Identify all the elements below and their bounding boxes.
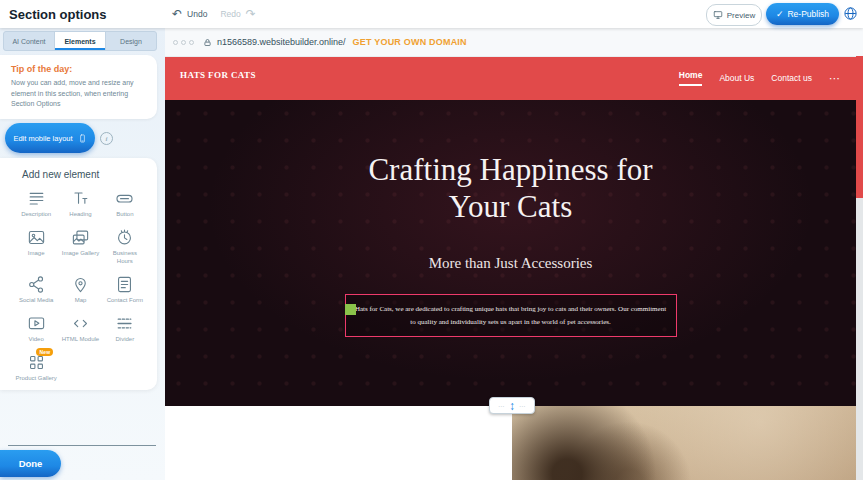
topbar: Section options ↶ Undo Redo ↷ Preview ✓ … xyxy=(0,0,863,28)
browser-bar: n1566589.websitebuilder.online/ GET YOUR… xyxy=(165,28,863,57)
site-url: n1566589.websitebuilder.online/ xyxy=(217,37,346,47)
element-contact-form[interactable]: Contact Form xyxy=(103,275,147,304)
element-label: Image Gallery xyxy=(62,249,99,257)
heading-icon xyxy=(71,189,90,208)
element-label: Video xyxy=(29,335,44,343)
element-image[interactable]: Image xyxy=(14,228,58,265)
edit-mobile-layout-button[interactable]: Edit mobile layout xyxy=(5,123,95,153)
lock-icon xyxy=(203,38,212,47)
site-header: HATS FOR CATS Home About Us Contact us ⋯ xyxy=(165,56,856,100)
product-gallery-icon xyxy=(27,353,46,372)
social-media-icon xyxy=(27,275,46,294)
republish-button[interactable]: ✓ Re-Publish xyxy=(766,3,839,25)
sidebar: AI Content Elements Design Tip of the da… xyxy=(0,28,165,480)
element-label: Social Media xyxy=(19,296,53,304)
element-label: Divider xyxy=(115,335,134,343)
app-window: Section options ↶ Undo Redo ↷ Preview ✓ … xyxy=(0,0,863,480)
element-divider[interactable]: Divider xyxy=(103,314,147,343)
element-label: Heading xyxy=(69,210,91,218)
tip-body: Now you can add, move and resize any ele… xyxy=(11,78,146,110)
element-map[interactable]: Map xyxy=(58,275,102,304)
element-grid: Description Heading Button Image Image G… xyxy=(0,189,157,383)
hero-paragraph: Hats for Cats, we are dedicated to craft… xyxy=(355,303,667,328)
element-label: Image xyxy=(28,249,45,257)
window-dot xyxy=(189,40,194,45)
tab-design[interactable]: Design xyxy=(106,32,156,50)
element-heading[interactable]: Heading xyxy=(58,189,102,218)
video-icon xyxy=(27,314,46,333)
new-badge: New xyxy=(36,348,53,356)
hero-paragraph-box[interactable]: Hats for Cats, we are dedicated to craft… xyxy=(345,294,677,337)
grip-dots: ⋯ xyxy=(519,403,526,409)
element-label: Product Gallery xyxy=(15,374,56,382)
element-label: Business Hours xyxy=(104,249,146,265)
monitor-icon xyxy=(713,10,723,20)
done-button[interactable]: Done xyxy=(0,450,61,477)
tab-ai-content[interactable]: AI Content xyxy=(4,32,55,50)
info-icon[interactable]: i xyxy=(100,132,113,145)
image-icon xyxy=(27,228,46,247)
hero-section: Crafting Happiness for Your Cats More th… xyxy=(165,100,856,406)
element-description[interactable]: Description xyxy=(14,189,58,218)
business-hours-icon xyxy=(115,228,134,247)
element-product-gallery[interactable]: New Product Gallery xyxy=(14,353,58,382)
check-icon: ✓ xyxy=(776,10,784,19)
hero-subheading[interactable]: More than Just Accessories xyxy=(429,255,593,272)
next-section xyxy=(165,406,856,480)
redo-icon: ↷ xyxy=(246,8,256,20)
add-element-panel: Add new element Description Heading Butt… xyxy=(0,158,157,390)
undo-button[interactable]: Undo xyxy=(187,9,207,19)
undo-redo-group: ↶ Undo Redo ↷ xyxy=(172,0,256,28)
window-dot xyxy=(181,40,186,45)
sidebar-divider xyxy=(8,445,156,446)
selection-handle[interactable] xyxy=(345,304,356,315)
element-button[interactable]: Button xyxy=(103,189,147,218)
tip-title: Tip of the day: xyxy=(11,64,146,74)
grip-dots: ⋯ xyxy=(498,403,505,409)
description-icon xyxy=(27,189,46,208)
element-video[interactable]: Video xyxy=(14,314,58,343)
globe-icon xyxy=(843,6,858,21)
resize-arrows-icon: ↕ xyxy=(509,400,515,412)
redo-label: Redo xyxy=(220,9,240,19)
divider-icon xyxy=(115,314,134,333)
scrollbar-thumb[interactable] xyxy=(856,56,863,198)
republish-label: Re-Publish xyxy=(787,9,829,19)
hero-heading[interactable]: Crafting Happiness for Your Cats xyxy=(350,152,672,225)
button-icon xyxy=(115,189,134,208)
element-business-hours[interactable]: Business Hours xyxy=(103,228,147,265)
element-label: HTML Module xyxy=(62,335,99,343)
tab-elements[interactable]: Elements xyxy=(55,32,106,50)
add-element-title: Add new element xyxy=(22,169,157,180)
section-photo xyxy=(512,406,856,480)
preview-scrollbar[interactable] xyxy=(856,56,863,480)
preview-button[interactable]: Preview xyxy=(706,4,762,26)
element-image-gallery[interactable]: Image Gallery xyxy=(58,228,102,265)
section-resize-handle[interactable]: ⋯ ↕ ⋯ xyxy=(489,397,535,414)
window-dot xyxy=(173,40,178,45)
tip-card: Tip of the day: Now you can add, move an… xyxy=(0,55,157,119)
element-html-module[interactable]: HTML Module xyxy=(58,314,102,343)
phone-icon xyxy=(78,132,87,145)
undo-icon[interactable]: ↶ xyxy=(172,8,182,20)
image-gallery-icon xyxy=(71,228,90,247)
element-label: Button xyxy=(116,210,133,218)
language-globe-button[interactable] xyxy=(843,6,858,21)
nav-more-icon[interactable]: ⋯ xyxy=(829,72,840,85)
nav-contact-us[interactable]: Contact us xyxy=(771,73,812,83)
html-module-icon xyxy=(71,314,90,333)
site-logo[interactable]: HATS FOR CATS xyxy=(180,70,256,80)
redo-button[interactable]: Redo ↷ xyxy=(220,8,255,20)
get-domain-link[interactable]: GET YOUR OWN DOMAIN xyxy=(353,37,467,47)
nav-about-us[interactable]: About Us xyxy=(719,73,754,83)
contact-form-icon xyxy=(115,275,134,294)
element-label: Map xyxy=(75,296,87,304)
window-dots xyxy=(173,40,194,45)
element-social-media[interactable]: Social Media xyxy=(14,275,58,304)
preview-label: Preview xyxy=(727,11,755,20)
nav-home[interactable]: Home xyxy=(679,70,703,86)
map-icon xyxy=(71,275,90,294)
site-nav: Home About Us Contact us ⋯ xyxy=(679,56,840,100)
element-label: Contact Form xyxy=(107,296,143,304)
edit-mobile-label: Edit mobile layout xyxy=(13,134,72,143)
